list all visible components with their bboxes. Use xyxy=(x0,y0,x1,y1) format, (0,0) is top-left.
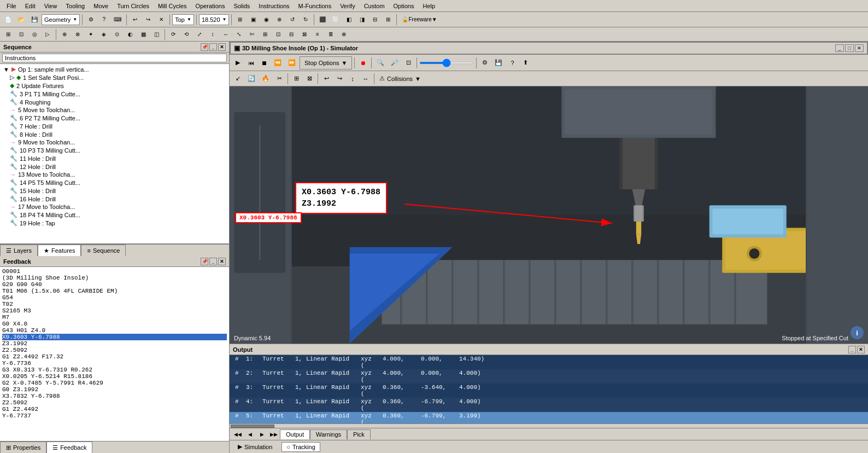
seq-item-op1[interactable]: ▼ ▶ Op 1: sample mill vertica... xyxy=(1,65,228,73)
menu-help[interactable]: Help xyxy=(418,2,439,10)
sim-speed-slider[interactable] xyxy=(419,62,474,64)
menu-options[interactable]: Options xyxy=(389,2,419,10)
tb2-btn6[interactable]: ⊗ xyxy=(72,28,84,40)
delete-btn[interactable]: ✕ xyxy=(155,14,167,26)
sequence-list[interactable]: ▼ ▶ Op 1: sample mill vertica... ▷ ◆ 1 S… xyxy=(0,64,229,243)
menu-turncircles[interactable]: Turn Circles xyxy=(113,2,154,10)
sim2-btn4[interactable]: ✂ xyxy=(273,72,285,85)
tb2-btn18[interactable]: ⤡ xyxy=(233,28,245,40)
tab-sequence[interactable]: ≡ Sequence xyxy=(81,245,126,256)
menu-view[interactable]: View xyxy=(40,2,62,10)
seq-item-13[interactable]: → 13 Move to Toolcha... xyxy=(1,171,228,178)
tb2-btn5[interactable]: ⊕ xyxy=(58,28,71,40)
seq-item-7[interactable]: 🔧 7 Hole : Drill xyxy=(1,122,228,130)
tb2-btn11[interactable]: ▦ xyxy=(137,28,149,40)
tb-btn2[interactable]: ? xyxy=(98,14,110,26)
tb2-btn23[interactable]: ⊠ xyxy=(298,28,310,40)
output-tab-warnings[interactable]: Warnings xyxy=(310,429,347,439)
seq-item-10[interactable]: 🔧 10 P3 T3 Milling Cutt... xyxy=(1,146,228,154)
tb2-btn24[interactable]: ≡ xyxy=(312,28,324,40)
seq-item-2[interactable]: ◆ 2 Update Fixtures xyxy=(1,82,228,90)
save-btn[interactable]: 💾 xyxy=(28,14,40,26)
tab-feedback[interactable]: ☰ Feedback xyxy=(46,442,92,453)
viewport[interactable]: Z X Y X0.3603 Y-6.7988 Z3.1992 X0.3603 Y… xyxy=(230,86,868,344)
tb2-btn1[interactable]: ⊞ xyxy=(2,28,14,40)
collisions-btn[interactable]: ⚠ Collisions ▼ xyxy=(377,72,424,85)
zoom-dropdown[interactable]: 18.520 ▼ xyxy=(199,14,230,25)
tab-features[interactable]: ★ Features xyxy=(38,245,81,256)
sim2-btn6[interactable]: ⊠ xyxy=(303,72,315,85)
sim-play-btn[interactable]: ▶ xyxy=(232,56,244,69)
tb2-btn2[interactable]: ⊡ xyxy=(15,28,27,40)
output-table[interactable]: # 1: Turret 1, Linear Rapid xyz ( 4.000,… xyxy=(230,355,868,423)
sim-restore-btn[interactable]: □ xyxy=(845,44,854,52)
seq-close-btn[interactable]: ✕ xyxy=(218,43,226,51)
seq-item-18[interactable]: 🔧 18 P4 T4 Milling Cutt... xyxy=(1,211,228,219)
menu-mfunctions[interactable]: M-Functions xyxy=(294,2,336,10)
nav-first-btn[interactable]: ◀◀ xyxy=(232,429,244,439)
tb2-btn15[interactable]: ⤢ xyxy=(193,28,206,40)
menu-edit[interactable]: Edit xyxy=(21,2,40,10)
tb2-btn16[interactable]: ↕ xyxy=(207,28,219,40)
stop-options-btn[interactable]: Stop Options ▼ xyxy=(300,56,352,69)
sim2-btn1[interactable]: ↙ xyxy=(232,72,244,85)
seq-item-14[interactable]: 🔧 14 P5 T5 Milling Cutt... xyxy=(1,178,228,187)
output-minimize-btn[interactable]: _ xyxy=(848,346,856,353)
sim2-btn5[interactable]: ⊞ xyxy=(290,72,302,85)
seq-item-12[interactable]: 🔧 12 Hole : Drill xyxy=(1,162,228,171)
tb2-btn22[interactable]: ⊟ xyxy=(285,28,297,40)
output-close-btn[interactable]: ✕ xyxy=(857,346,865,353)
tb2-btn25[interactable]: ≣ xyxy=(325,28,337,40)
tb2-btn14[interactable]: ⟲ xyxy=(180,28,192,40)
tb2-btn8[interactable]: ◈ xyxy=(98,28,110,40)
tb-view5[interactable]: ⊟ xyxy=(369,14,381,26)
nav-next-btn[interactable]: ▶ xyxy=(256,429,268,439)
info-icon[interactable]: i xyxy=(851,326,864,339)
tb-btn3[interactable]: ⌨ xyxy=(111,14,124,26)
sim-close-btn[interactable]: ✕ xyxy=(855,44,864,52)
menu-tooling[interactable]: Tooling xyxy=(61,2,89,10)
seq-item-19[interactable]: 🔧 19 Hole : Tap xyxy=(1,219,228,227)
tb-icon4[interactable]: ⊕ xyxy=(273,14,285,26)
tb-icon3[interactable]: ◉ xyxy=(260,14,272,26)
tb2-btn13[interactable]: ⟳ xyxy=(167,28,179,40)
menu-move[interactable]: Move xyxy=(89,2,113,10)
sim-stepfwd-btn[interactable]: ⏩ xyxy=(285,56,298,69)
output-tab-output[interactable]: Output xyxy=(280,429,310,439)
view-dropdown[interactable]: Top ▼ xyxy=(172,14,194,25)
sim-zoom-out-btn[interactable]: 🔎 xyxy=(388,56,401,69)
feedback-close-btn[interactable]: ✕ xyxy=(218,258,226,265)
sim-fit-btn[interactable]: ⊡ xyxy=(402,56,414,69)
output-hscrollbar[interactable] xyxy=(230,423,868,428)
tb2-btn3[interactable]: ◎ xyxy=(28,28,40,40)
sim-settings-btn[interactable]: ⚙ xyxy=(479,56,491,69)
sim2-btn2[interactable]: 🔄 xyxy=(245,72,258,85)
tab-properties[interactable]: ⊞ Properties xyxy=(0,442,46,453)
tb-view6[interactable]: ⊞ xyxy=(382,14,394,26)
menu-operations[interactable]: Operations xyxy=(191,2,230,10)
sim2-btn7[interactable]: ↩ xyxy=(320,72,332,85)
sim-export-btn[interactable]: ⬆ xyxy=(519,56,531,69)
tb2-btn19[interactable]: ✄ xyxy=(246,28,258,40)
seq-minimize-btn[interactable]: _ xyxy=(209,43,217,51)
nav-prev-btn[interactable]: ◀ xyxy=(244,429,256,439)
sim-zoom-in-btn[interactable]: 🔍 xyxy=(374,56,387,69)
new-btn[interactable]: 📄 xyxy=(2,14,14,26)
tb2-btn12[interactable]: ◫ xyxy=(150,28,162,40)
seq-item-15[interactable]: 🔧 15 Hole : Drill xyxy=(1,187,228,195)
redo-btn[interactable]: ↪ xyxy=(142,14,154,26)
seq-item-17[interactable]: → 17 Move to Toolcha... xyxy=(1,203,228,211)
tab-layers[interactable]: ☰ Layers xyxy=(0,245,38,256)
tb-icon6[interactable]: ↻ xyxy=(300,14,312,26)
seq-item-1[interactable]: ▷ ◆ 1 Set Safe Start Posi... xyxy=(1,73,228,82)
tb-view4[interactable]: ◨ xyxy=(356,14,368,26)
tb2-btn26[interactable]: ⊕ xyxy=(338,28,350,40)
menu-file[interactable]: File xyxy=(2,2,21,10)
tb2-btn17[interactable]: ↔ xyxy=(220,28,232,40)
sim-save-btn[interactable]: 💾 xyxy=(492,56,505,69)
seq-item-16[interactable]: 🔧 16 Hole : Drill xyxy=(1,195,228,203)
menu-instructions[interactable]: Instructions xyxy=(254,2,294,10)
hscroll-thumb[interactable] xyxy=(231,425,274,428)
sim2-btn3[interactable]: 🔥 xyxy=(259,72,272,85)
undo-btn[interactable]: ↩ xyxy=(129,14,141,26)
